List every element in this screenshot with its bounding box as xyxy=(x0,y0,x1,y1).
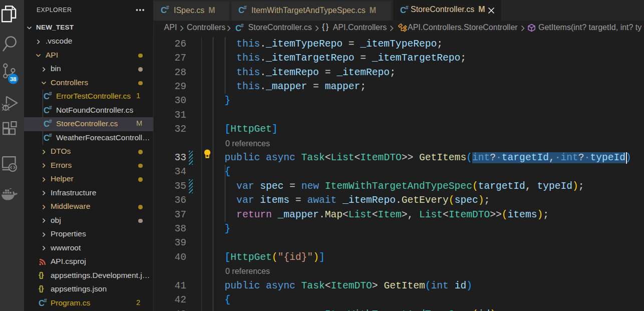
svg-text:38: 38 xyxy=(10,76,17,82)
